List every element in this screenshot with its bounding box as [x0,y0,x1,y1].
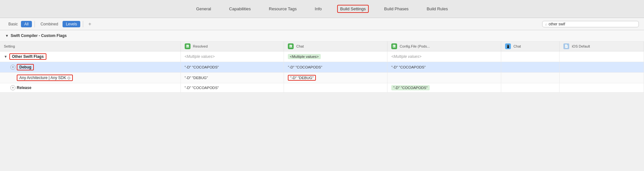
debug-expand-icon[interactable]: + [10,65,15,70]
collapse-triangle[interactable]: ▼ [5,34,9,38]
chat1-red-2: "-D" "DEBUG" [288,75,316,81]
config-value-3: "-D" "COCOAPODS" [387,83,501,93]
chat1-text-1: "-D" "COCOAPODS" [288,65,322,69]
search-input[interactable] [549,22,636,26]
section-header: ▼ Swift Compiler - Custom Flags [0,30,644,41]
search-area: ⌕ [542,21,639,27]
tab-resource-tags[interactable]: Resource Tags [266,5,299,13]
tab-build-phases[interactable]: Build Phases [382,5,411,13]
row-triangle[interactable]: ▼ [4,55,7,59]
tab-build-rules[interactable]: Build Rules [424,5,451,13]
other-swift-flags-label: Other Swift Flags [9,53,46,60]
any-arch-label: Any Architecture | Any SDK ◇ [17,75,73,81]
ios-default-value-0 [560,51,644,62]
release-setting-cell: + Release [0,83,181,93]
any-arch-setting-cell: Any Architecture | Any SDK ◇ [0,73,181,83]
table-row: + Release "-D" "COCOAPODS" "-D" "COCOAPO… [0,83,644,93]
tab-info[interactable]: Info [312,5,325,13]
resolved-value-3: "-D" "COCOAPODS" [181,83,284,93]
debug-setting-cell: + Debug [0,62,181,73]
tab-general[interactable]: General [194,5,214,13]
ios-default-value-2 [560,73,644,83]
filter-divider-2 [83,21,83,27]
tab-capabilities[interactable]: Capabilities [227,5,253,13]
filter-bar: Basic All Combined Levels + ⌕ [0,18,644,30]
config-value-0: <Multiple values> [387,51,501,62]
wechat-icon-resolved [185,43,190,49]
col-header-chat2: Chat [501,41,559,51]
table-row: ▼ Other Swift Flags <Multiple values> <M… [0,51,644,62]
chat1-value-2: "-D" "DEBUG" [284,73,387,83]
release-label: Release [17,86,31,90]
release-expand-icon[interactable]: + [10,85,15,90]
config-green-3: "-D" "COCOAPODS" [391,85,429,90]
wechat-icon-config [391,43,397,49]
chat2-value-3 [501,83,559,93]
resolved-value-0: <Multiple values> [181,51,284,62]
config-value-1: "-D" "COCOAPODS" [387,62,501,73]
debug-label: Debug [17,64,34,70]
chat1-value-0: <Multiple values> [284,51,387,62]
combined-button[interactable]: Combined [37,21,62,27]
add-setting-button[interactable]: + [86,21,94,27]
config-text-1: "-D" "COCOAPODS" [391,65,425,69]
chat2-value-1 [501,62,559,73]
ios-default-value-1 [560,62,644,73]
settings-table: Setting Resolved Chat [0,41,644,93]
table-row: Any Architecture | Any SDK ◇ "-D" "DEBUG… [0,73,644,83]
col-header-resolved: Resolved [181,41,284,51]
col-header-chat1: Chat [284,41,387,51]
col-header-ios-default: 📄 iOS Default [560,41,644,51]
chat1-green-0: <Multiple values> [288,54,321,59]
search-icon: ⌕ [545,22,547,26]
content-area: ▼ Swift Compiler - Custom Flags Setting … [0,30,644,93]
setting-name-cell: ▼ Other Swift Flags [0,51,181,62]
section-title: Swift Compiler - Custom Flags [11,33,67,38]
table-row: + Debug "-D" "COCOAPODS" "-D" "COCOAPODS… [0,62,644,73]
chat1-value-3 [284,83,387,93]
table-header-row: Setting Resolved Chat [0,41,644,51]
wechat-icon-chat1 [288,43,294,49]
levels-button[interactable]: Levels [63,21,80,27]
chat2-value-2 [501,73,559,83]
col-header-setting: Setting [0,41,181,51]
col-header-config: Config.File (Pods... [387,41,501,51]
basic-button[interactable]: Basic [5,21,21,27]
tab-bar: General Capabilities Resource Tags Info … [0,0,644,18]
filter-divider [34,21,35,27]
chat2-value-0 [501,51,559,62]
config-value-2 [387,73,501,83]
resolved-text-3: "-D" "COCOAPODS" [185,86,219,90]
resolved-text-1: "-D" "COCOAPODS" [185,65,219,69]
ios-icon-chat2 [505,43,511,49]
tab-build-settings[interactable]: Build Settings [337,5,369,13]
resolved-text-2: "-D" "DEBUG" [185,76,208,80]
resolved-value-1: "-D" "COCOAPODS" [181,62,284,73]
ios-default-icon: 📄 [563,43,569,49]
chat1-value-1: "-D" "COCOAPODS" [284,62,387,73]
all-button[interactable]: All [21,21,32,27]
ios-default-value-3 [560,83,644,93]
resolved-value-2: "-D" "DEBUG" [181,73,284,83]
